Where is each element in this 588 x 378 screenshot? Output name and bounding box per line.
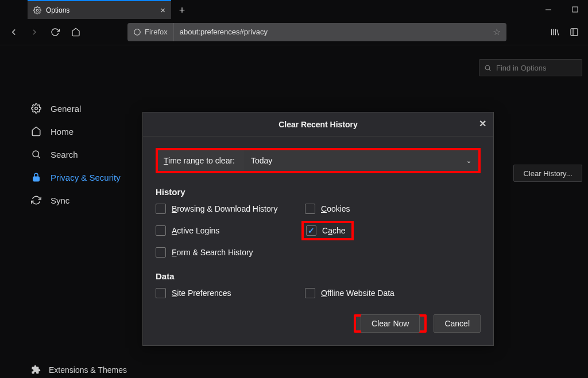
url-bar[interactable]: Firefox about:preferences#privacy ☆ — [127, 23, 506, 41]
sidebar-item-label: Sync — [51, 196, 69, 205]
checkbox-icon — [156, 247, 166, 258]
minimize-button[interactable] — [535, 0, 562, 19]
gear-icon — [31, 103, 42, 114]
checkbox-icon — [305, 288, 315, 298]
check-browsing-history[interactable]: Browsing & Download History — [156, 204, 299, 214]
chevron-down-icon: ⌄ — [466, 157, 471, 165]
sidebar-item-search[interactable]: Search — [23, 143, 138, 166]
sidebar-icon[interactable] — [565, 23, 583, 41]
reload-button[interactable] — [46, 23, 64, 41]
firefox-icon — [133, 28, 141, 36]
identity-box[interactable]: Firefox — [127, 23, 174, 41]
url-text: about:preferences#privacy — [174, 28, 487, 36]
back-button[interactable] — [5, 23, 23, 41]
new-tab-button[interactable]: + — [173, 2, 191, 19]
footer-label: Extensions & Themes — [49, 365, 127, 375]
checkbox-icon — [156, 204, 166, 214]
svg-point-0 — [36, 9, 38, 11]
browser-tab[interactable]: Options × — [28, 0, 171, 19]
svg-rect-8 — [571, 29, 578, 36]
checkbox-icon — [156, 288, 166, 298]
clear-now-highlight: Clear Now — [354, 314, 427, 333]
svg-point-13 — [33, 151, 39, 157]
check-cookies[interactable]: Cookies — [305, 204, 481, 214]
tab-title: Options — [46, 6, 69, 14]
puzzle-icon — [31, 365, 41, 375]
gear-icon — [33, 6, 41, 14]
checkbox-icon — [305, 204, 315, 214]
svg-line-14 — [38, 156, 40, 158]
clear-history-button[interactable]: Clear History... — [513, 165, 582, 182]
time-range-label: Time range to clear: — [158, 150, 244, 171]
forward-button[interactable] — [25, 23, 44, 41]
sidebar-item-label: Search — [51, 150, 78, 159]
search-icon — [484, 64, 492, 72]
svg-line-7 — [557, 29, 559, 35]
find-in-options[interactable] — [479, 59, 582, 76]
svg-point-12 — [35, 107, 38, 110]
library-icon[interactable] — [546, 23, 564, 41]
checkbox-icon — [306, 225, 316, 236]
lock-icon — [31, 172, 42, 182]
svg-rect-15 — [33, 177, 40, 181]
check-form-search[interactable]: Form & Search History — [156, 247, 299, 258]
cancel-button[interactable]: Cancel — [434, 314, 481, 333]
check-active-logins[interactable]: Active Logins — [156, 224, 299, 237]
find-input[interactable] — [496, 64, 571, 72]
time-range-select[interactable]: Today ⌄ — [244, 150, 478, 171]
section-data-header: Data — [156, 271, 481, 281]
bookmark-star-icon[interactable]: ☆ — [487, 26, 506, 37]
check-site-prefs[interactable]: Site Preferences — [156, 288, 299, 298]
check-offline-data[interactable]: Offline Website Data — [305, 288, 481, 298]
time-range-row: Time range to clear: Today ⌄ — [156, 148, 481, 173]
checkbox-icon — [156, 225, 166, 236]
search-icon — [31, 149, 42, 159]
sync-icon — [31, 195, 42, 205]
dialog-close-icon[interactable]: ✕ — [479, 118, 486, 129]
svg-line-11 — [489, 69, 490, 71]
sidebar-item-label: Privacy & Security — [51, 173, 121, 182]
svg-point-10 — [485, 65, 490, 70]
maximize-button[interactable] — [562, 0, 588, 19]
home-button[interactable] — [67, 23, 85, 41]
extensions-themes-link[interactable]: Extensions & Themes — [23, 365, 127, 375]
clear-now-button[interactable]: Clear Now — [361, 314, 420, 333]
sidebar-item-general[interactable]: General — [23, 97, 138, 120]
clear-history-dialog: Clear Recent History ✕ Time range to cle… — [142, 112, 494, 346]
sidebar-item-home[interactable]: Home — [23, 120, 138, 143]
home-icon — [31, 126, 42, 137]
section-history-header: History — [156, 187, 481, 197]
sidebar-item-sync[interactable]: Sync — [23, 189, 138, 212]
dialog-title: Clear Recent History — [278, 120, 358, 129]
sidebar-item-label: Home — [51, 127, 74, 137]
svg-point-3 — [134, 29, 141, 35]
sidebar-item-label: General — [51, 104, 81, 114]
close-tab-icon[interactable]: × — [160, 5, 165, 15]
identity-label: Firefox — [145, 28, 168, 36]
sidebar-item-privacy[interactable]: Privacy & Security — [23, 166, 138, 189]
svg-rect-2 — [572, 7, 578, 12]
check-cache[interactable]: Cache — [305, 224, 481, 237]
